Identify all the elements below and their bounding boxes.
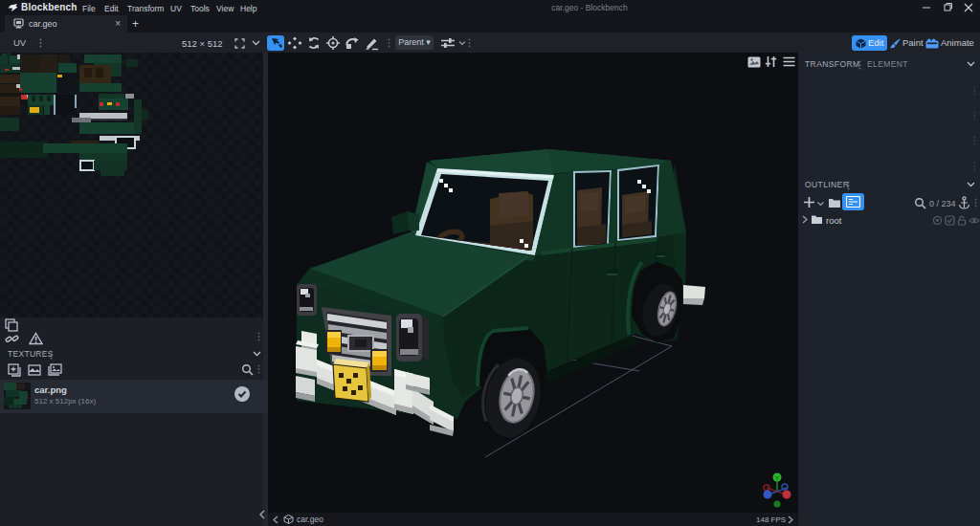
svg-text:Y: Y xyxy=(775,475,779,481)
